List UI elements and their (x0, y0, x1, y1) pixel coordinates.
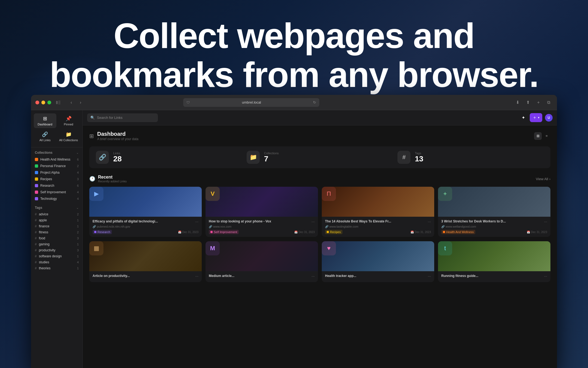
tag-hash-icon: # (35, 254, 37, 258)
url-bar[interactable]: 🛡 umbrel.local ↻ (183, 98, 319, 107)
card-menu-vox[interactable]: ··· (311, 219, 315, 224)
card-icon-wellandgood: + (438, 187, 452, 201)
tabs-button[interactable]: ⧉ (545, 99, 553, 106)
dashboard-page-icon: ⊞ (89, 133, 94, 139)
card-row2-3[interactable]: ♥ Health tracker app... ··· (322, 241, 434, 282)
collection-name-research: Research (40, 184, 75, 188)
card-title-row2-4: Running fitness guide... (441, 274, 543, 278)
user-avatar[interactable]: U (545, 114, 553, 122)
sidebar-item-pinned[interactable]: 📌 Pinned (57, 113, 80, 128)
collections-chevron-icon[interactable]: ⌄ (76, 151, 79, 155)
card-title-row-row2-1: Article on productivity... ··· (93, 274, 198, 278)
download-button[interactable]: ⬇ (514, 99, 522, 106)
svg-rect-1 (58, 101, 60, 101)
card-menu-wellandgood[interactable]: ··· (544, 219, 547, 224)
links-icon: 🔗 (42, 131, 48, 137)
card-thumb-row2-1: ▦ (89, 241, 202, 271)
sidebar-top-nav: ⊞ Dashboard 📌 Pinned 🔗 All Links 📁 All C… (31, 110, 82, 147)
card-thumb-row2-2: M (206, 241, 318, 271)
back-button[interactable]: ‹ (68, 99, 75, 106)
traffic-lights (35, 101, 51, 104)
traffic-light-red[interactable] (35, 101, 39, 104)
card-title-row-vox: How to stop looking at your phone - Vox … (209, 219, 315, 224)
collection-research[interactable]: Research 6 (31, 182, 82, 189)
card-date-text-pubmed: Dec 31, 2023 (182, 231, 199, 234)
pinned-icon: 📌 (66, 116, 72, 122)
tags-chevron-icon[interactable]: ⌄ (76, 206, 79, 210)
tag-advice[interactable]: # advice 2 (31, 211, 82, 217)
card-tag-vox[interactable]: Self Improvement (209, 230, 239, 234)
card-row2-2[interactable]: M Medium article... ··· (206, 241, 318, 282)
card-menu-row2-3[interactable]: ··· (428, 274, 431, 278)
tags-section-label: Tags (35, 206, 42, 210)
hero-title: Collect webpages and bookmarks from any … (27, 16, 561, 94)
card-menu-pubmed[interactable]: ··· (195, 219, 198, 224)
tags-header: Tags ⌄ (31, 202, 82, 211)
toolbar-right: ✦ ＋ ▾ U (519, 113, 553, 122)
card-row2-1[interactable]: ▦ Article on productivity... ··· (89, 241, 202, 282)
traffic-light-green[interactable] (47, 101, 51, 104)
card-footer-vox: Self Improvement 📅 Dec 31, 2023 (209, 230, 315, 234)
card-url-tasting: 🔗 www.tastingtable.com (325, 225, 431, 228)
collection-name-selfimprove: Self Improvement (40, 190, 75, 194)
card-title-row-row2-2: Medium article... ··· (209, 274, 315, 278)
link-icon-wellandgood: 🔗 (441, 225, 445, 228)
view-all-label: View All (536, 177, 548, 181)
forward-button[interactable]: › (77, 99, 84, 106)
tag-software-design[interactable]: # software design 1 (31, 253, 82, 259)
card-body-wellandgood: 3 Wrist Stretches for Desk Workers to D.… (438, 217, 550, 237)
card-vox[interactable]: V How to stop looking at your phone - Vo… (206, 187, 318, 237)
collection-name-finance: Personal Finance (40, 164, 75, 168)
collection-count-recipes: 3 (77, 177, 79, 181)
card-pubmed[interactable]: ▶ Efficacy and pitfalls of digital techn… (89, 187, 202, 237)
tag-fitness[interactable]: # fitness 2 (31, 229, 82, 235)
card-tasting[interactable]: Π The 14 Absolute Best Ways To Elevate F… (322, 187, 434, 237)
share-button[interactable]: ⬆ (524, 99, 532, 106)
sidebar-item-all-collections[interactable]: 📁 All Collections (57, 129, 80, 144)
tag-name-advice: advice (39, 212, 75, 216)
traffic-light-yellow[interactable] (41, 101, 45, 104)
links-stat-icon: 🔗 (96, 151, 109, 164)
card-menu-row2-2[interactable]: ··· (311, 274, 315, 278)
view-all-chevron-icon: › (549, 177, 550, 181)
collection-selfimprove[interactable]: Self Improvement 4 (31, 189, 82, 195)
tag-count-productivity: 3 (77, 249, 79, 252)
grid-view-button[interactable]: ⊞ (534, 132, 542, 140)
tag-productivity[interactable]: # productivity 3 (31, 247, 82, 253)
view-all-button[interactable]: View All › (536, 177, 550, 181)
page-title: Dashboard (97, 131, 138, 137)
search-box[interactable]: 🔍 Search for Links (87, 113, 158, 122)
card-tag-wellandgood[interactable]: Health And Wellness (441, 230, 475, 234)
card-thumb-tasting: Π (322, 187, 434, 217)
collection-finance[interactable]: Personal Finance 2 (31, 163, 82, 169)
new-tab-button[interactable]: + (535, 99, 542, 106)
tag-finance[interactable]: # finance 1 (31, 223, 82, 229)
list-view-button[interactable]: ≡ (543, 132, 550, 140)
theme-toggle-button[interactable]: ✦ (519, 114, 527, 122)
tag-apple[interactable]: # apple 1 (31, 217, 82, 223)
collection-technology[interactable]: Technology 4 (31, 195, 82, 202)
card-url-wellandgood: 🔗 www.wellandgood.com (441, 225, 547, 228)
tag-studies[interactable]: # studies 4 (31, 259, 82, 265)
collection-count-project: 4 (77, 171, 79, 174)
sidebar-toggle-button[interactable] (54, 99, 62, 106)
tag-theories[interactable]: # theories 1 (31, 265, 82, 271)
card-tag-pubmed[interactable]: Research (93, 230, 112, 234)
card-wellandgood[interactable]: + 3 Wrist Stretches for Desk Workers to … (438, 187, 550, 237)
card-row2-4[interactable]: t Running fitness guide... ··· (438, 241, 550, 282)
collection-health[interactable]: Health And Wellness 6 (31, 156, 82, 163)
sidebar-item-all-links[interactable]: 🔗 All Links (34, 129, 56, 144)
search-placeholder-text: Search for Links (97, 116, 122, 120)
tag-food[interactable]: # food 3 (31, 235, 82, 241)
reload-icon[interactable]: ↻ (313, 100, 316, 104)
collection-recipes[interactable]: Recipes 3 (31, 176, 82, 182)
tag-hash-icon: # (35, 242, 37, 246)
card-menu-row2-4[interactable]: ··· (544, 274, 547, 278)
collection-project[interactable]: Project Alpha 4 (31, 169, 82, 176)
card-menu-row2-1[interactable]: ··· (195, 274, 198, 278)
add-link-button[interactable]: ＋ ▾ (530, 113, 542, 122)
card-menu-tasting[interactable]: ··· (428, 219, 431, 224)
tag-gaming[interactable]: # gaming 1 (31, 241, 82, 247)
sidebar-item-dashboard[interactable]: ⊞ Dashboard (34, 113, 56, 128)
card-tag-tasting[interactable]: Recipes (325, 230, 342, 234)
